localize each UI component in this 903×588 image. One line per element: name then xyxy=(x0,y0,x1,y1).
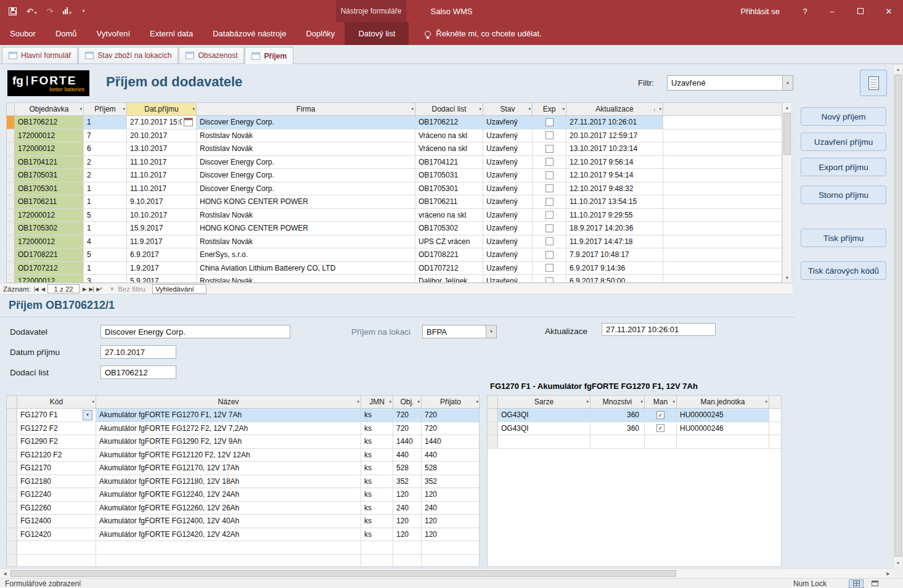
product-row[interactable]: FG12260Akumulátor fgFORTE FG12260, 12V 2… xyxy=(7,502,479,515)
exp-checkbox[interactable] xyxy=(545,224,554,232)
cell-dodaci-list[interactable]: Vráceno na skl xyxy=(415,129,483,142)
column-header-prijem[interactable]: Příjem▾ xyxy=(84,103,127,115)
cell-jmn[interactable]: ks xyxy=(361,409,393,422)
cell-exp[interactable] xyxy=(533,275,566,283)
cell-sarze[interactable]: OG43QI xyxy=(498,409,590,422)
product-row[interactable]: FG12120 F2Akumulátor fgFORTE FG12120 F2,… xyxy=(7,449,479,462)
cell-prijem[interactable]: 1 xyxy=(84,116,127,129)
row-selector[interactable] xyxy=(7,142,15,155)
column-header-dat-prijmu[interactable]: Dat.příjmu▾ xyxy=(127,103,197,115)
cell-firma[interactable]: Rostislav Novák xyxy=(197,209,415,222)
cell-nazev[interactable]: Akumulátor fgFORTE FG1272 F2, 12V 7,2Ah xyxy=(96,422,361,435)
cell-firma[interactable]: HONG KONG CENTER POWER xyxy=(197,195,415,208)
minimize-button[interactable]: – xyxy=(818,0,846,22)
filter-dropdown-icon[interactable]: ▾ xyxy=(586,399,589,404)
column-header-man-jednotka[interactable]: Man.jednotka▾ xyxy=(677,396,769,408)
cell-aktualizace[interactable]: 12.10.2017 9:56:14 xyxy=(566,156,663,169)
cell-prijato[interactable]: 120 xyxy=(422,528,480,541)
cell-datum[interactable]: 6.9.2017 xyxy=(127,248,197,261)
cell-datum[interactable]: 27.10.2017 15:04 xyxy=(127,116,197,129)
column-header-firma[interactable]: Firma▾ xyxy=(197,103,415,115)
cell-datum[interactable]: 13.10.2017 xyxy=(127,142,197,155)
cell-obj[interactable]: 720 xyxy=(393,422,422,435)
cell-firma[interactable]: Rostislav Novák xyxy=(197,275,415,283)
cell-aktualizace[interactable]: 11.10.2017 13:54:15 xyxy=(566,195,663,208)
cell-obj[interactable]: 120 xyxy=(393,528,422,541)
row-selector[interactable] xyxy=(488,422,498,435)
product-row[interactable]: FG12240Akumulátor fgFORTE FG12240, 12V 2… xyxy=(7,488,479,502)
cell-stav[interactable]: Uzavřený xyxy=(483,129,533,142)
tab-datovy-list[interactable]: Datový list xyxy=(345,22,409,45)
cell-firma[interactable]: Discover Energy Corp. xyxy=(197,169,415,182)
cell-nazev[interactable]: Akumulátor fgFORTE FG12400, 12V 40Ah xyxy=(96,515,361,528)
cell-obj[interactable]: 240 xyxy=(393,502,422,515)
combo-dropdown-icon[interactable]: ▾ xyxy=(83,410,92,420)
select-all-corner[interactable] xyxy=(488,396,498,408)
doc-tab-hlavni-formular[interactable]: Hlavní formulář xyxy=(2,47,78,63)
cell-obj[interactable]: 120 xyxy=(393,488,422,501)
cell-man[interactable]: ✓ xyxy=(645,409,677,422)
row-selector[interactable] xyxy=(488,409,498,422)
cell-aktualizace[interactable]: 12.10.2017 9:48:32 xyxy=(566,182,663,195)
cell-dodaci-list[interactable]: Dalibor Jelínek xyxy=(415,275,483,283)
batch-row[interactable]: OG43QI360✓HU00000245 xyxy=(488,409,781,422)
select-all-corner[interactable] xyxy=(7,396,17,408)
cell-datum[interactable]: 11.10.2017 xyxy=(127,169,197,182)
dodaci-list-field[interactable]: OB1706212 xyxy=(100,365,176,379)
exp-checkbox[interactable] xyxy=(545,277,554,283)
cell-firma[interactable]: EnerSys, s.r.o. xyxy=(197,248,415,261)
cell-jmn[interactable]: ks xyxy=(361,515,393,528)
cell-obj[interactable]: 1440 xyxy=(393,435,422,448)
cell-stav[interactable]: Uzavřený xyxy=(483,248,533,261)
product-row[interactable]: FG12420Akumulátor fgFORTE FG12420, 12V 4… xyxy=(7,528,479,542)
tab-externi-data[interactable]: Externí data xyxy=(140,22,203,45)
row-selector[interactable] xyxy=(7,182,15,195)
cell-obj[interactable]: 528 xyxy=(393,462,422,475)
cell-exp[interactable] xyxy=(533,156,566,169)
tab-domu[interactable]: Domů xyxy=(46,22,87,45)
scrollbar-thumb[interactable] xyxy=(783,113,791,155)
cell-jmn[interactable]: ks xyxy=(361,422,393,435)
cell-aktualizace[interactable]: 27.11.2017 10:26:01 xyxy=(566,116,663,129)
exp-checkbox[interactable] xyxy=(545,118,554,126)
cell-kod[interactable]: FG12120 F2 xyxy=(17,449,96,462)
aktualizace-field[interactable]: 27.11.2017 10:26:01 xyxy=(602,323,716,336)
scroll-left-icon[interactable]: ◀ xyxy=(0,569,10,578)
cell-objednavka[interactable]: OB1704121 xyxy=(15,156,84,169)
row-selector[interactable] xyxy=(7,156,15,169)
cell-kod[interactable]: FG12400 xyxy=(17,515,96,528)
exp-checkbox[interactable] xyxy=(545,184,554,192)
cell-aktualizace[interactable]: 12.10.2017 9:54:14 xyxy=(566,169,663,182)
cell-prijato[interactable]: 352 xyxy=(422,475,480,488)
customize-qat-icon[interactable]: ▾ xyxy=(83,9,85,14)
lokace-combobox[interactable]: BFPA ▾ xyxy=(422,325,497,338)
cell-prijem[interactable]: 1 xyxy=(84,195,127,208)
row-selector[interactable] xyxy=(7,475,17,488)
tab-doplnky[interactable]: Doplňky xyxy=(296,22,345,45)
filter-dropdown-icon[interactable]: ▾ xyxy=(92,399,94,404)
cell-prijem[interactable]: 4 xyxy=(84,235,127,248)
cell-prijato[interactable]: 440 xyxy=(422,449,480,462)
cell-exp[interactable] xyxy=(533,182,566,195)
cell-dodaci-list[interactable]: OD1708221 xyxy=(415,248,483,261)
cell-datum[interactable]: 9.10.2017 xyxy=(127,195,197,208)
row-selector[interactable] xyxy=(7,422,17,435)
datasheet-view-button[interactable] xyxy=(849,579,864,588)
cell-dodaci-list[interactable]: OB1705031 xyxy=(415,169,483,182)
row-selector[interactable] xyxy=(7,235,15,248)
scroll-right-icon[interactable]: ▶ xyxy=(883,569,893,578)
search-input[interactable]: Vyhledávání xyxy=(152,284,206,294)
cell-kod[interactable]: FG12170 xyxy=(17,462,96,475)
cell-aktualizace[interactable]: 11.9.2017 14:47:18 xyxy=(566,235,663,248)
cell-objednavka[interactable]: 172000012 xyxy=(15,209,84,222)
cell-mnozstvi[interactable]: 360 xyxy=(590,409,645,422)
cell-stav[interactable]: Uzavřený xyxy=(483,116,533,129)
cell-exp[interactable] xyxy=(533,262,566,275)
row-selector[interactable] xyxy=(7,409,17,422)
cell-kod[interactable]: FG1290 F2 xyxy=(17,435,96,448)
filter-dropdown-icon[interactable]: ▾ xyxy=(476,399,478,404)
tisk-prijmu-button[interactable]: Tisk příjmu xyxy=(801,229,886,247)
cell-aktualizace[interactable]: 6.9.2017 9:14:36 xyxy=(566,262,663,275)
row-selector[interactable] xyxy=(7,209,15,222)
cell-prijato[interactable]: 720 xyxy=(422,422,480,435)
